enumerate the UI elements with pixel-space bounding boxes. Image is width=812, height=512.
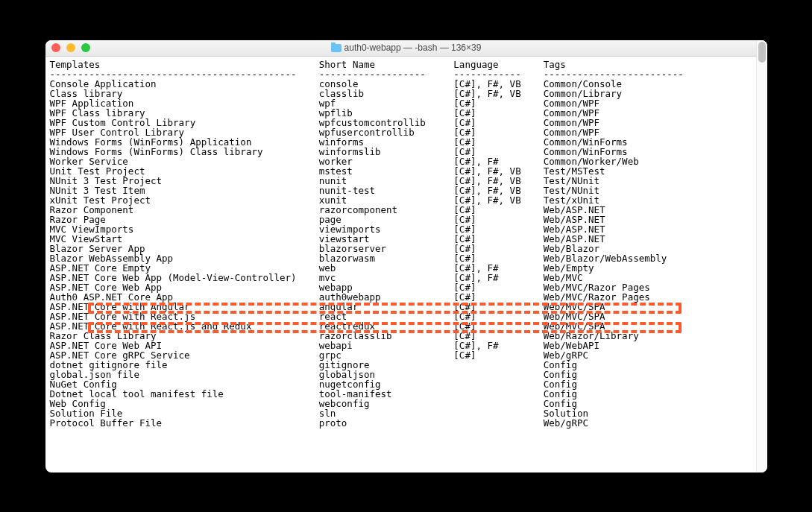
traffic-lights [45, 43, 90, 52]
maximize-button[interactable] [81, 43, 90, 52]
scrollbar-thumb[interactable] [758, 42, 766, 63]
scrollbar[interactable] [756, 40, 767, 473]
title-container: auth0-webapp — -bash — 136×39 [45, 42, 767, 53]
close-button[interactable] [51, 43, 60, 52]
terminal-window: auth0-webapp — -bash — 136×39 Templates … [45, 40, 767, 473]
terminal-output[interactable]: Templates Short Name Language Tags -----… [45, 57, 767, 473]
window-titlebar[interactable]: auth0-webapp — -bash — 136×39 [45, 40, 767, 57]
window-title: auth0-webapp — -bash — 136×39 [344, 42, 482, 53]
folder-icon [331, 44, 342, 52]
minimize-button[interactable] [66, 43, 75, 52]
